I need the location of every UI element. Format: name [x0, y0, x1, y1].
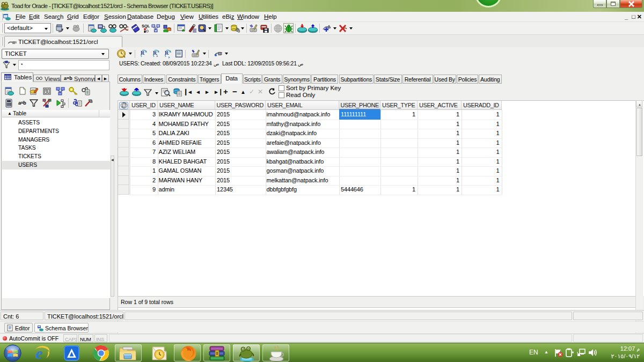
svg-text:1: 1 — [156, 54, 158, 57]
svg-text:SQL: SQL — [142, 24, 150, 28]
